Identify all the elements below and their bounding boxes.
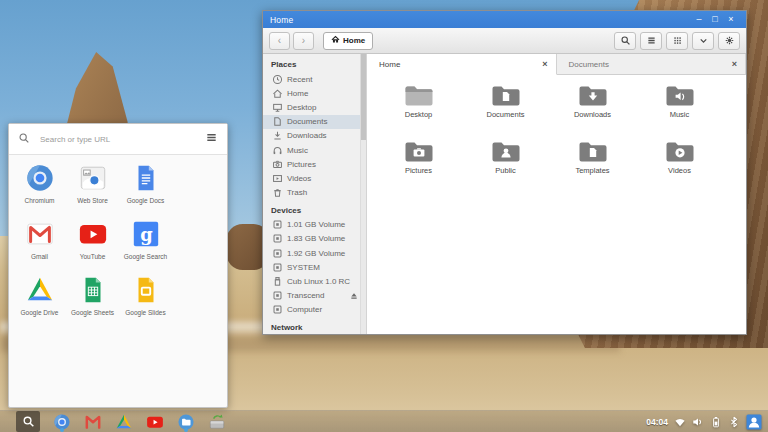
- sidebar-item-desktop[interactable]: Desktop: [263, 100, 366, 114]
- sidebar-item-computer[interactable]: Computer: [263, 303, 366, 317]
- download-icon: [272, 130, 283, 141]
- close-button[interactable]: ×: [723, 11, 739, 28]
- view-dropdown-button[interactable]: [692, 32, 714, 50]
- toolbar: ‹ › Home: [263, 28, 746, 54]
- sidebar-item-recent[interactable]: Recent: [263, 72, 366, 86]
- battery-icon[interactable]: [710, 416, 722, 428]
- folder-downloads-icon: [578, 83, 608, 107]
- sidebar-item-trash[interactable]: Trash: [263, 186, 366, 200]
- tab-close-icon[interactable]: ×: [542, 59, 547, 69]
- docs-icon: [131, 163, 161, 193]
- user-icon[interactable]: [746, 414, 762, 430]
- tab-label: Documents: [569, 60, 609, 69]
- app-google-drive[interactable]: Google Drive: [13, 275, 66, 331]
- volume-icon[interactable]: [692, 416, 704, 428]
- volume-icon: [272, 262, 283, 273]
- app-youtube[interactable]: YouTube: [66, 219, 119, 275]
- sidebar-item-system[interactable]: SYSTEM: [263, 260, 366, 274]
- sidebar-sections: PlacesRecentHomeDesktopDocumentsDownload…: [263, 54, 366, 334]
- taskbar-youtube[interactable]: [146, 411, 164, 432]
- sidebar-section-network: NetworkBrowse Network: [263, 317, 366, 334]
- bluetooth-icon[interactable]: [728, 416, 740, 428]
- app-gmail[interactable]: Gmail: [13, 219, 66, 275]
- sidebar-item-home[interactable]: Home: [263, 86, 366, 100]
- sidebar-item-1-92-gb-volume[interactable]: 1.92 GB Volume: [263, 246, 366, 260]
- sidebar-item-label: Videos: [287, 174, 311, 183]
- sidebar-item-label: Trash: [287, 188, 307, 197]
- scrollbar-thumb[interactable]: [361, 54, 366, 140]
- back-button[interactable]: ‹: [269, 32, 290, 50]
- taskbar-gmail[interactable]: [84, 411, 102, 432]
- tab-documents[interactable]: Documents ×: [557, 54, 747, 74]
- sidebar-item-videos[interactable]: Videos: [263, 171, 366, 185]
- drive-icon: [25, 275, 55, 305]
- forward-button[interactable]: ›: [293, 32, 314, 50]
- file-downloads[interactable]: Downloads: [549, 83, 636, 139]
- tray-icons: [674, 411, 762, 432]
- folder-desktop-icon: [404, 83, 434, 107]
- sidebar-item-downloads[interactable]: Downloads: [263, 129, 366, 143]
- app-label: Google Sheets: [71, 309, 114, 316]
- sidebar-item-pictures[interactable]: Pictures: [263, 157, 366, 171]
- youtube-mini-icon: [146, 413, 164, 431]
- taskbar-items: [16, 411, 226, 432]
- sidebar-item-documents[interactable]: Documents: [263, 115, 366, 129]
- folder-public-icon: [491, 139, 521, 163]
- content-pane: Home × Documents × DesktopDocumentsDownl…: [367, 54, 746, 334]
- wifi-icon[interactable]: [674, 416, 686, 428]
- breadcrumb-home[interactable]: Home: [323, 32, 373, 50]
- system-tray: 04:04: [646, 411, 762, 432]
- home-icon: [331, 35, 340, 46]
- sidebar-item-cub-linux-1-0-rc[interactable]: Cub Linux 1.0 RC: [263, 274, 366, 288]
- file-pictures[interactable]: Pictures: [375, 139, 462, 195]
- file-documents[interactable]: Documents: [462, 83, 549, 139]
- file-grid: DesktopDocumentsDownloadsMusicPicturesPu…: [367, 75, 746, 334]
- app-google-docs[interactable]: Google Docs: [119, 163, 172, 219]
- file-templates[interactable]: Templates: [549, 139, 636, 195]
- taskbar: 04:04: [0, 410, 768, 432]
- search-button[interactable]: [614, 32, 636, 50]
- taskbar-app-launcher[interactable]: [16, 411, 40, 432]
- menu-icon[interactable]: [205, 130, 218, 148]
- file-music[interactable]: Music: [636, 83, 723, 139]
- breadcrumb-label: Home: [343, 36, 365, 45]
- settings-button[interactable]: [718, 32, 740, 50]
- sidebar-item-transcend[interactable]: Transcend: [263, 289, 366, 303]
- titlebar[interactable]: Home – □ ×: [263, 11, 746, 28]
- minimize-button[interactable]: –: [691, 11, 707, 28]
- app-google-sheets[interactable]: Google Sheets: [66, 275, 119, 331]
- sidebar-scrollbar[interactable]: [360, 54, 366, 334]
- sidebar-item-1-01-gb-volume[interactable]: 1.01 GB Volume: [263, 218, 366, 232]
- file-videos[interactable]: Videos: [636, 139, 723, 195]
- taskbar-software-updater[interactable]: [208, 411, 226, 432]
- sidebar-section-devices: Devices1.01 GB Volume1.83 GB Volume1.92 …: [263, 200, 366, 317]
- sidebar-item-1-83-gb-volume[interactable]: 1.83 GB Volume: [263, 232, 366, 246]
- webstore-icon: [78, 163, 108, 193]
- eject-icon[interactable]: [349, 291, 359, 301]
- file-public[interactable]: Public: [462, 139, 549, 195]
- taskbar-google-drive[interactable]: [115, 411, 133, 432]
- tab-close-icon[interactable]: ×: [732, 59, 737, 69]
- app-web-store[interactable]: Web Store: [66, 163, 119, 219]
- app-chromium[interactable]: Chromium: [13, 163, 66, 219]
- sheets-icon: [78, 275, 108, 305]
- app-google-search[interactable]: gGoogle Search: [119, 219, 172, 275]
- clock[interactable]: 04:04: [646, 417, 668, 427]
- search-input[interactable]: [38, 134, 197, 145]
- search-icon: [18, 130, 30, 148]
- app-google-slides[interactable]: Google Slides: [119, 275, 172, 331]
- list-view-button[interactable]: [640, 32, 662, 50]
- sidebar-item-label: 1.83 GB Volume: [287, 234, 345, 243]
- file-desktop[interactable]: Desktop: [375, 83, 462, 139]
- tab-home[interactable]: Home ×: [367, 54, 557, 75]
- sidebar-item-music[interactable]: Music: [263, 143, 366, 157]
- taskbar-chromium[interactable]: [53, 411, 71, 432]
- taskbar-files[interactable]: [177, 411, 195, 432]
- file-label: Desktop: [405, 110, 433, 119]
- app-label: Google Docs: [127, 197, 165, 204]
- file-manager-window: Home – □ × ‹ › Home PlacesRecentHomeDesk…: [262, 10, 747, 335]
- compact-view-button[interactable]: [666, 32, 688, 50]
- maximize-button[interactable]: □: [707, 11, 723, 28]
- file-label: Public: [495, 166, 515, 175]
- gmail-icon: [25, 219, 55, 249]
